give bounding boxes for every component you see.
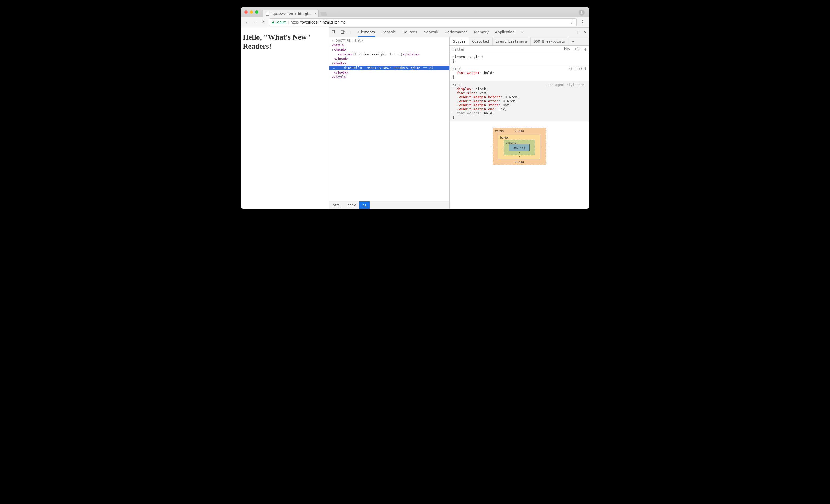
dom-tree[interactable]: <!DOCTYPE html> <html> ▼<head> <style>h1… bbox=[329, 37, 449, 201]
styles-tab-event[interactable]: Event Listeners bbox=[492, 37, 531, 45]
omnibox[interactable]: Secure | https://overrides-in-html.glitc… bbox=[269, 19, 576, 26]
dom-doctype[interactable]: <!DOCTYPE html> bbox=[331, 38, 363, 42]
devtools-toolbar: | Elements Console Sources Network Perfo… bbox=[329, 28, 589, 37]
tab-strip: https://overrides-in-html.glitch × bbox=[241, 7, 589, 17]
page-heading: Hello, "What's New" Readers! bbox=[243, 33, 327, 51]
url-text: https://overrides-in-html.glitch.me bbox=[291, 20, 346, 24]
rendered-page: Hello, "What's New" Readers! bbox=[241, 27, 329, 209]
box-model[interactable]: margin 21.440 21.440 - - border - - - bbox=[450, 122, 589, 171]
bm-margin-top[interactable]: 21.440 bbox=[515, 129, 524, 132]
source-link[interactable]: (index):4 bbox=[569, 67, 586, 71]
tab-memory[interactable]: Memory bbox=[474, 28, 489, 37]
bm-margin-bottom[interactable]: 21.440 bbox=[515, 160, 524, 163]
dom-body-close[interactable]: </body> bbox=[334, 70, 348, 74]
bookmark-star-icon[interactable]: ☆ bbox=[571, 20, 574, 24]
crumb-body[interactable]: body bbox=[344, 201, 359, 209]
forward-button[interactable]: → bbox=[253, 20, 258, 25]
elements-panel: <!DOCTYPE html> <html> ▼<head> <style>h1… bbox=[329, 37, 450, 209]
tab-performance[interactable]: Performance bbox=[444, 28, 468, 37]
rule-h1-author[interactable]: (index):4 h1 { font-weight: bold; } bbox=[450, 65, 589, 81]
address-bar: ← → ⟳ Secure | https://overrides-in-html… bbox=[241, 17, 589, 27]
page-icon bbox=[265, 12, 269, 15]
dom-html-open[interactable]: <html> bbox=[331, 43, 344, 47]
tabs-overflow-icon[interactable]: » bbox=[520, 28, 523, 37]
styles-rules: element.style { } (index):4 h1 { font-we… bbox=[450, 53, 589, 209]
new-tab-button[interactable] bbox=[320, 12, 327, 16]
styles-tab-computed[interactable]: Computed bbox=[469, 37, 492, 45]
styles-tabs: Styles Computed Event Listeners DOM Brea… bbox=[450, 37, 589, 46]
styles-filter-input[interactable] bbox=[452, 47, 562, 52]
tab-network[interactable]: Network bbox=[423, 28, 439, 37]
dom-head-open[interactable]: <head> bbox=[334, 48, 346, 52]
styles-tabs-overflow-icon[interactable]: » bbox=[569, 37, 577, 45]
back-button[interactable]: ← bbox=[245, 20, 250, 25]
secure-badge[interactable]: Secure bbox=[272, 20, 286, 24]
bm-padding-label: padding bbox=[506, 141, 516, 144]
dom-head-close[interactable]: </head> bbox=[334, 57, 348, 61]
styles-tab-styles[interactable]: Styles bbox=[450, 37, 469, 45]
crumb-html[interactable]: html bbox=[329, 201, 344, 209]
bm-content[interactable]: 352 × 74 bbox=[509, 144, 530, 151]
styles-filter-row: :hov .cls + bbox=[450, 46, 589, 53]
tab-sources[interactable]: Sources bbox=[402, 28, 418, 37]
rule-element-style[interactable]: element.style { } bbox=[450, 53, 589, 65]
dom-body-open[interactable]: <body> bbox=[334, 61, 346, 65]
profile-avatar-icon[interactable] bbox=[579, 10, 584, 15]
secure-label: Secure bbox=[276, 20, 286, 24]
device-toggle-icon[interactable] bbox=[341, 30, 346, 35]
tab-console[interactable]: Console bbox=[381, 28, 396, 37]
rule-h1-ua[interactable]: user agent stylesheet h1 { display: bloc… bbox=[450, 81, 589, 122]
svg-point-0 bbox=[581, 11, 582, 12]
styles-panel: Styles Computed Event Listeners DOM Brea… bbox=[450, 37, 589, 209]
content-area: Hello, "What's New" Readers! | Elements … bbox=[241, 27, 589, 209]
ua-label: user agent stylesheet bbox=[545, 83, 586, 87]
inspect-icon[interactable] bbox=[331, 30, 337, 35]
tab-application[interactable]: Application bbox=[494, 28, 515, 37]
tab-close-icon[interactable]: × bbox=[314, 11, 316, 15]
dom-style-open[interactable]: <style> bbox=[338, 52, 352, 56]
tab-elements[interactable]: Elements bbox=[357, 28, 376, 37]
dom-html-close[interactable]: </html> bbox=[331, 75, 346, 79]
maximize-window-icon[interactable] bbox=[255, 10, 258, 13]
dom-selected-h1[interactable]: … <h1>Hello, "What's New" Readers!</h1> … bbox=[329, 66, 449, 70]
devtools-close-icon[interactable]: ✕ bbox=[584, 30, 587, 34]
cls-toggle[interactable]: .cls bbox=[573, 47, 581, 52]
browser-tab[interactable]: https://overrides-in-html.glitch × bbox=[263, 10, 319, 17]
reload-button[interactable]: ⟳ bbox=[261, 19, 265, 25]
devtools-panel: | Elements Console Sources Network Perfo… bbox=[329, 27, 589, 209]
new-rule-icon[interactable]: + bbox=[584, 47, 587, 52]
tab-title: https://overrides-in-html.glitch bbox=[271, 12, 311, 15]
devtools-body: <!DOCTYPE html> <html> ▼<head> <style>h1… bbox=[329, 37, 589, 209]
browser-menu-icon[interactable]: ⋮ bbox=[580, 19, 585, 25]
close-window-icon[interactable] bbox=[245, 10, 248, 13]
devtools-tabs: Elements Console Sources Network Perform… bbox=[357, 28, 523, 37]
devtools-menu-icon[interactable]: ⋮ bbox=[576, 30, 579, 34]
styles-tab-dom-bp[interactable]: DOM Breakpoints bbox=[531, 37, 569, 45]
browser-window: https://overrides-in-html.glitch × ← → ⟳… bbox=[241, 7, 589, 209]
minimize-window-icon[interactable] bbox=[250, 10, 253, 13]
bm-margin-label: margin bbox=[494, 129, 504, 132]
window-controls bbox=[245, 10, 258, 13]
bm-border-label: border bbox=[500, 136, 509, 139]
crumb-h1[interactable]: h1 bbox=[359, 201, 370, 209]
breadcrumb: html body h1 bbox=[329, 201, 449, 209]
hov-toggle[interactable]: :hov bbox=[562, 47, 570, 52]
lock-icon bbox=[272, 20, 274, 24]
